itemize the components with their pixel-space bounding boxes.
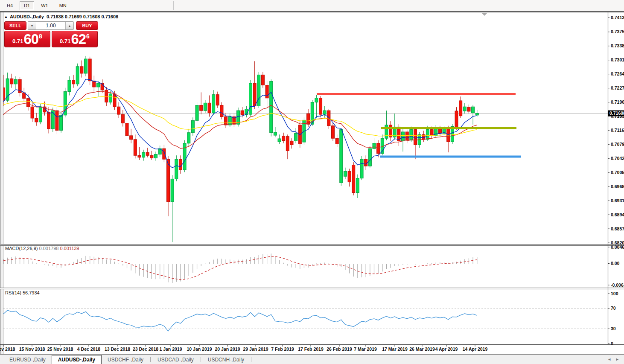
candle — [282, 136, 285, 141]
rsi-axis-label: 30 — [611, 326, 616, 331]
candle — [274, 132, 277, 135]
candle — [68, 80, 71, 92]
ask-price-pip: 6 — [86, 33, 90, 40]
volume-increase-button[interactable]: ▲ — [65, 22, 73, 29]
date-axis-label: 17 Mar 2019 — [382, 347, 408, 352]
candle — [195, 105, 198, 121]
tab-usdchf[interactable]: USDCHF-,Daily — [102, 355, 149, 364]
chart-symbol-label: AUDUSD-,Daily — [10, 14, 44, 19]
candle — [364, 159, 367, 166]
date-axis-label: 17 Feb 2019 — [298, 347, 324, 352]
date-axis-label: 14 Apr 2019 — [463, 347, 488, 352]
candle — [167, 159, 170, 202]
price-axis-label: 0.68570 — [611, 226, 624, 231]
candle — [155, 154, 157, 158]
candle — [130, 136, 133, 140]
candle — [335, 138, 338, 144]
candle — [340, 130, 343, 183]
candle — [241, 111, 244, 115]
macd-axis-label: -0.00639 — [611, 282, 624, 288]
candle — [72, 80, 75, 84]
candle — [402, 132, 405, 141]
candle — [348, 172, 351, 182]
tab-eurusd[interactable]: EURUSD-,Daily — [3, 355, 52, 364]
volume-decrease-button[interactable]: ▼ — [28, 22, 36, 29]
price-axis-label: 0.69680 — [611, 184, 624, 189]
candle — [261, 75, 264, 85]
chart-title: ▲ AUDUSD-,Daily 0.71638 0.71669 0.71608 … — [4, 14, 98, 19]
price-axis-label: 0.68940 — [611, 212, 624, 217]
buy-button[interactable]: BUY — [76, 21, 98, 30]
candle — [360, 159, 363, 178]
rsi-axis-label: 0 — [611, 341, 613, 346]
trading-platform-window: H4 D1 W1 MN 0.741300.737500.733800.73010… — [0, 0, 624, 364]
buy-price-box[interactable]: 0.71 62 6 — [52, 31, 98, 47]
price-axis-label: 0.71160 — [611, 128, 624, 133]
candle — [35, 118, 38, 122]
candle — [204, 103, 207, 111]
sell-price-box[interactable]: 0.71 60 8 — [4, 31, 50, 47]
candle — [150, 155, 153, 158]
candle — [220, 105, 223, 117]
bid-ask-boxes: 0.71 60 8 0.71 62 6 — [4, 31, 98, 47]
collapse-panel-icon[interactable]: ▲ — [4, 15, 8, 19]
date-axis-label: 25 Nov 2018 — [47, 347, 73, 352]
candle — [344, 172, 347, 177]
volume-input[interactable] — [36, 22, 65, 29]
price-axis-label: 0.72640 — [611, 71, 624, 76]
macd-axis-label: 0.00 — [611, 261, 620, 266]
candle — [405, 132, 408, 140]
candle — [117, 107, 120, 114]
price-axis-label: 0.74130 — [611, 15, 624, 20]
date-axis-label: 4 Dec 2018 — [77, 347, 100, 352]
tab-usdcnh[interactable]: USDCNH-,Daily — [202, 355, 250, 364]
tab-audusd[interactable]: AUDUSD-,Daily — [52, 355, 102, 364]
tab-separator — [201, 357, 201, 362]
tab-usdcad[interactable]: USDCAD-,Daily — [152, 355, 200, 364]
candle — [14, 79, 17, 84]
candle — [278, 139, 281, 142]
candle — [142, 152, 145, 157]
sell-button[interactable]: SELL — [4, 21, 26, 30]
candle — [80, 67, 83, 73]
candle — [332, 126, 335, 138]
candle — [55, 111, 58, 130]
chart-ohlc-values: 0.71638 0.71669 0.71608 0.71608 — [47, 14, 118, 19]
rsi-indicator-label: RSI(14) 56.7934 — [5, 290, 40, 295]
price-chart-canvas: 0.741300.737500.733800.730100.726400.722… — [0, 0, 624, 364]
candle — [307, 114, 310, 124]
tab-scroll-left-icon[interactable]: ◄ — [605, 357, 613, 361]
candle — [31, 107, 34, 118]
candle — [455, 111, 458, 127]
candle — [179, 159, 182, 170]
candle — [85, 59, 87, 73]
date-axis-label: 7 Mar 2019 — [354, 347, 377, 352]
candle — [472, 107, 475, 113]
tab-separator — [251, 357, 251, 362]
date-axis-label: 26 Feb 2019 — [327, 347, 352, 352]
date-axis-label: 7 Feb 2019 — [271, 347, 294, 352]
candle — [373, 143, 376, 149]
bid-price-prefix: 0.71 — [12, 38, 23, 44]
candle — [377, 143, 380, 154]
candle — [10, 79, 13, 84]
candle — [109, 94, 112, 102]
candle — [253, 83, 256, 106]
candle — [208, 103, 211, 113]
tab-scroll-buttons: ◄ ► — [605, 355, 624, 364]
candle — [191, 120, 194, 132]
tab-scroll-right-icon[interactable]: ► — [613, 357, 621, 361]
candle — [463, 107, 466, 111]
rsi-axis-label: 70 — [611, 306, 616, 311]
candle — [270, 82, 273, 133]
date-axis-label: 29 Jan 2019 — [243, 347, 268, 352]
date-axis-label: 1 Jan 2019 — [159, 347, 182, 352]
rsi-axis-label: 100 — [611, 291, 618, 296]
candle — [225, 116, 227, 125]
candle — [410, 130, 413, 140]
date-axis-label: 10 Jan 2019 — [187, 347, 212, 352]
candle — [368, 149, 371, 166]
price-axis-label: 0.72270 — [611, 85, 624, 90]
candle — [459, 101, 462, 116]
ask-price-prefix: 0.71 — [60, 38, 70, 44]
